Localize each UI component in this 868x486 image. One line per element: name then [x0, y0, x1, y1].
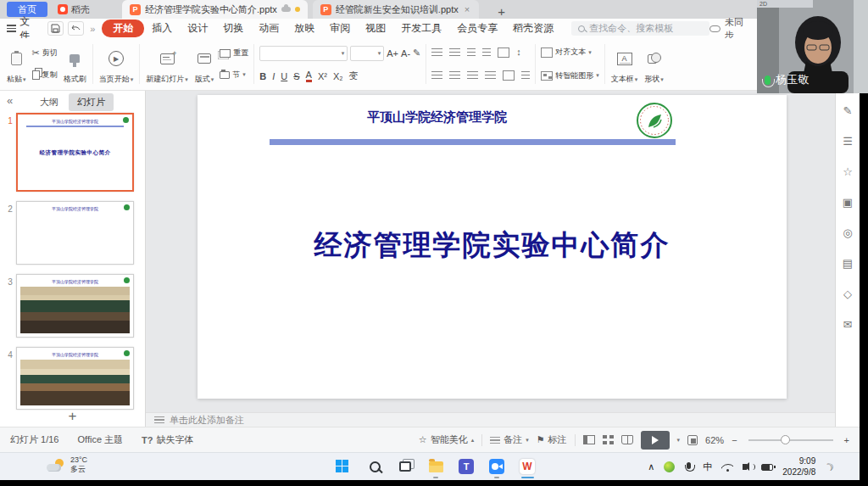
convert-smartart-button[interactable]: 转智能图形▾ [541, 70, 599, 81]
slide-thumbnail-4[interactable]: 平顶山学院经济管理学院 [16, 347, 134, 410]
reset-button[interactable]: 重置 [220, 47, 248, 59]
distribute-button[interactable] [503, 70, 515, 81]
weather-widget[interactable]: 23°C多云 [47, 455, 87, 475]
panel-icon-layers[interactable]: ▣ [843, 196, 853, 209]
smart-beautify-button[interactable]: ☆ 智能美化 ▴ [419, 433, 474, 446]
normal-view-button[interactable] [583, 435, 595, 444]
slide-thumbnail-3[interactable]: 平顶山学院经济管理学院 [16, 274, 134, 338]
bold-button[interactable]: B [259, 71, 266, 81]
taskbar-search-button[interactable] [364, 455, 385, 478]
panel-icon-mail[interactable]: ✉ [843, 318, 853, 331]
text-direction-button[interactable] [498, 47, 509, 58]
university-logo[interactable] [636, 102, 673, 139]
menu-tab-animation[interactable]: 动画 [251, 20, 287, 37]
shapes-button[interactable]: 形状▾ [641, 42, 667, 87]
document-tab[interactable]: P 经管院新生安全知识培训.pptx × [313, 0, 479, 19]
strikethrough-button[interactable]: S [293, 71, 299, 81]
slide-title-text[interactable]: 经济管理学院实验中心简介 [198, 226, 787, 265]
zoom-level[interactable]: 62% [705, 435, 724, 445]
menu-tab-docer-resources[interactable]: 稻壳资源 [505, 20, 561, 37]
teams-button[interactable]: T [456, 455, 476, 478]
docer-tab[interactable]: 稻壳 [47, 0, 100, 19]
microphone-tray-icon[interactable] [687, 462, 691, 469]
command-search-input[interactable]: 查找命令、搜索模板 [571, 21, 709, 36]
menu-tab-member[interactable]: 会员专享 [449, 20, 505, 37]
slide-thumbnail-2[interactable]: 平顶山学院经济管理学院 [16, 201, 134, 265]
file-explorer-button[interactable] [426, 455, 446, 478]
line-spacing-button[interactable]: ↕ [516, 47, 521, 57]
align-left-button[interactable] [431, 71, 442, 80]
slideshow-play-button[interactable] [641, 431, 670, 450]
slide-thumbnail-1[interactable]: 平顶山学院经济管理学院 经济管理学院实验中心简介 [16, 113, 134, 192]
theme-name[interactable]: Office 主题 [77, 433, 123, 446]
chevron-down-icon[interactable]: ▾ [677, 437, 681, 444]
missing-font-warning[interactable]: T? 缺失字体 [142, 433, 193, 446]
panel-icon-chart[interactable]: ▤ [843, 257, 853, 270]
menu-tab-slideshow[interactable]: 放映 [287, 20, 322, 37]
video-call-overlay[interactable]: 2D 杨玉敬 [757, 0, 868, 93]
notes-toggle-button[interactable]: 备注 ▾ [490, 433, 529, 446]
close-icon[interactable]: × [463, 4, 471, 14]
pinyin-button[interactable]: 变 [349, 70, 359, 82]
format-painter-button[interactable]: 格式刷 [60, 42, 90, 87]
panel-icon-assets[interactable]: ◇ [843, 288, 852, 300]
reading-view-button[interactable] [621, 435, 633, 444]
align-center-button[interactable] [449, 71, 460, 80]
zoom-in-button[interactable]: + [844, 435, 849, 445]
annotate-button[interactable]: ⚑ 标注 [537, 433, 567, 446]
increase-indent-button[interactable] [482, 48, 491, 57]
undo-button[interactable] [68, 21, 84, 36]
superscript-button[interactable]: X² [318, 71, 327, 81]
decrease-indent-button[interactable] [467, 48, 476, 57]
panel-icon-properties[interactable]: ✎ [843, 104, 853, 117]
zoom-out-button[interactable]: − [732, 435, 737, 445]
menu-tab-transition[interactable]: 切换 [215, 20, 251, 37]
wifi-icon[interactable] [721, 463, 733, 472]
panel-icon-settings[interactable]: ☰ [843, 135, 853, 148]
cut-button[interactable]: ✂剪切 [32, 47, 58, 59]
underline-button[interactable]: U [281, 71, 287, 81]
font-family-select[interactable]: ▾ [259, 46, 348, 61]
tray-expand-button[interactable]: ∧ [648, 461, 654, 472]
wps-office-button[interactable]: W [517, 455, 537, 478]
bullet-list-button[interactable] [431, 48, 442, 57]
battery-icon[interactable] [761, 464, 773, 471]
align-right-button[interactable] [467, 71, 478, 80]
subscript-button[interactable]: X₂ [333, 71, 343, 81]
more-commands-icon[interactable]: » [90, 24, 95, 34]
numbered-list-button[interactable] [449, 48, 460, 57]
paragraph-spacing-button[interactable] [521, 71, 530, 80]
font-size-select[interactable]: ▾ [350, 46, 384, 61]
clock[interactable]: 9:092022/9/8 [782, 456, 815, 478]
zoom-slider[interactable] [748, 439, 833, 441]
zoom-slider-knob[interactable] [781, 435, 790, 444]
slide-header-text[interactable]: 平顶山学院经济管理学院 [198, 109, 676, 126]
panel-icon-history[interactable]: ◎ [843, 226, 852, 239]
tab-slides[interactable]: 幻灯片 [69, 93, 114, 111]
textbox-button[interactable]: A 文本框▾ [608, 42, 642, 87]
play-from-current-button[interactable]: ▶ 当页开始▾ [96, 42, 137, 87]
justify-button[interactable] [485, 71, 496, 80]
align-text-button[interactable]: 对齐文本▾ [541, 47, 599, 58]
task-view-button[interactable] [395, 455, 415, 478]
new-tab-button[interactable]: + [492, 4, 510, 19]
ime-indicator[interactable]: 中 [703, 461, 712, 473]
paste-button[interactable]: 粘贴▾ [3, 42, 30, 87]
tab-outline[interactable]: 大纲 [31, 93, 67, 111]
slide-sorter-view-button[interactable] [603, 435, 614, 444]
save-button[interactable] [47, 21, 64, 36]
menu-tab-home[interactable]: 开始 [102, 20, 144, 37]
menu-tab-view[interactable]: 视图 [358, 20, 393, 37]
meeting-app-button[interactable] [487, 455, 507, 478]
font-color-button[interactable]: A [306, 70, 312, 82]
notification-moon-icon[interactable]: ☽ [823, 460, 837, 474]
notes-bar[interactable]: 单击此处添加备注 [146, 412, 835, 427]
volume-icon[interactable] [743, 464, 747, 470]
antivirus-tray-icon[interactable] [664, 461, 675, 472]
italic-button[interactable]: I [272, 71, 275, 81]
menu-tab-design[interactable]: 设计 [180, 20, 215, 37]
slide-editor[interactable]: 平顶山学院经济管理学院 经济管理学院实验中心简介 [198, 95, 787, 399]
menu-tab-insert[interactable]: 插入 [144, 20, 180, 37]
layout-button[interactable]: 版式▾ [192, 42, 218, 87]
add-slide-button[interactable]: + [0, 408, 145, 425]
